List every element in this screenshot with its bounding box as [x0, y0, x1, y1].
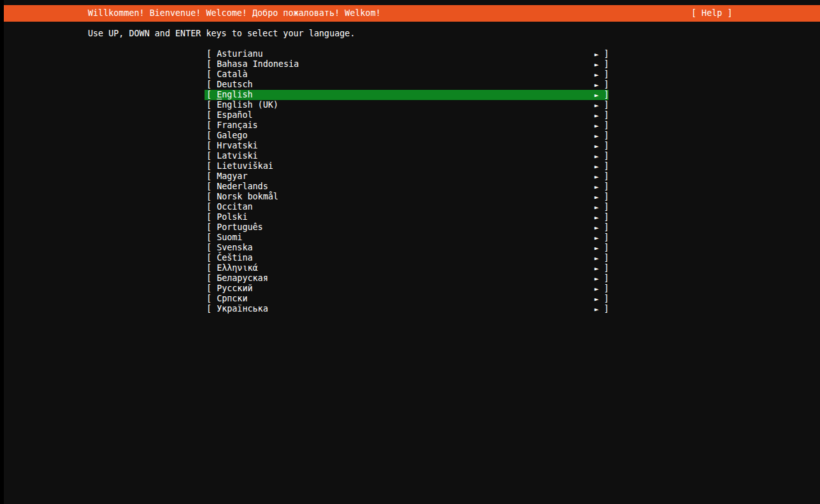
open-bracket: [: [206, 222, 217, 232]
submenu-indicator: ► ]: [594, 202, 609, 213]
open-bracket: [: [206, 120, 217, 130]
language-option[interactable]: [ Magyar► ]: [205, 171, 608, 182]
chevron-right-icon: ►: [594, 264, 599, 273]
submenu-indicator: ► ]: [594, 69, 609, 80]
chevron-right-icon: ►: [594, 213, 599, 222]
open-bracket: [: [206, 294, 217, 303]
language-option[interactable]: [ Português► ]: [205, 222, 608, 233]
chevron-right-icon: ►: [594, 71, 599, 79]
language-option[interactable]: [ Latviski► ]: [205, 151, 608, 161]
language-option-label: Español: [217, 110, 252, 120]
open-bracket: [: [206, 141, 217, 150]
language-option[interactable]: [ English► ]: [205, 90, 608, 100]
submenu-indicator: ► ]: [594, 59, 609, 70]
chevron-right-icon: ►: [594, 193, 599, 201]
submenu-indicator: ► ]: [594, 131, 609, 141]
open-bracket: [: [206, 161, 217, 171]
language-option[interactable]: [ Galego► ]: [205, 131, 608, 141]
submenu-indicator: ► ]: [594, 182, 609, 192]
open-bracket: [: [206, 284, 217, 293]
language-option[interactable]: [ Lietuviškai► ]: [205, 161, 608, 171]
language-option-label: Lietuviškai: [217, 161, 273, 171]
language-option[interactable]: [ Català► ]: [205, 69, 608, 80]
language-option[interactable]: [ English (UK)► ]: [205, 100, 608, 110]
language-option-label: Magyar: [217, 171, 247, 181]
submenu-indicator: ► ]: [594, 284, 609, 294]
chevron-right-icon: ►: [594, 183, 599, 191]
submenu-indicator: ► ]: [594, 120, 609, 131]
language-option-label: Hrvatski: [217, 141, 258, 150]
chevron-right-icon: ►: [594, 50, 599, 59]
chevron-right-icon: ►: [594, 142, 599, 150]
open-bracket: [: [206, 100, 217, 110]
language-option-label: Српски: [217, 294, 247, 303]
language-option[interactable]: [ Occitan► ]: [205, 202, 608, 212]
chevron-right-icon: ►: [594, 152, 599, 161]
chevron-right-icon: ►: [594, 254, 599, 263]
installer-screen: Willkommen! Bienvenue! Welcome! Добро по…: [4, 0, 820, 504]
open-bracket: [: [206, 212, 217, 222]
open-bracket: [: [206, 151, 217, 161]
open-bracket: [: [206, 192, 217, 201]
submenu-indicator: ► ]: [594, 161, 609, 172]
language-option[interactable]: [ Asturianu► ]: [205, 49, 608, 59]
submenu-indicator: ► ]: [594, 49, 609, 60]
language-option-label: Deutsch: [217, 80, 252, 89]
open-bracket: [: [206, 304, 217, 313]
language-option-label: Nederlands: [217, 182, 268, 191]
language-option[interactable]: [ Français► ]: [205, 120, 608, 131]
language-option-label: Беларуская: [217, 273, 268, 283]
chevron-right-icon: ►: [594, 162, 599, 171]
language-option-label: English (UK): [217, 100, 278, 110]
language-option[interactable]: [ Ελληνικά► ]: [205, 263, 608, 273]
language-option[interactable]: [ Українська► ]: [205, 304, 608, 314]
language-option[interactable]: [ Polski► ]: [205, 212, 608, 222]
language-option-label: Asturianu: [217, 49, 263, 59]
chevron-right-icon: ►: [594, 224, 599, 232]
open-bracket: [: [206, 263, 217, 273]
focus-cursor: E: [217, 90, 222, 99]
submenu-indicator: ► ]: [594, 233, 609, 243]
language-option-label: Bahasa Indonesia: [217, 59, 299, 69]
language-option[interactable]: [ Русский► ]: [205, 284, 608, 294]
language-option[interactable]: [ Español► ]: [205, 110, 608, 120]
chevron-right-icon: ►: [594, 132, 599, 140]
open-bracket: [: [206, 202, 217, 212]
language-option-label: Català: [217, 69, 247, 79]
chevron-right-icon: ►: [594, 61, 599, 69]
language-option[interactable]: [ Српски► ]: [205, 294, 608, 304]
language-option-label: Svenska: [217, 243, 252, 252]
language-option[interactable]: [ Nederlands► ]: [205, 182, 608, 192]
submenu-indicator: ► ]: [594, 141, 609, 152]
open-bracket: [: [206, 182, 217, 191]
language-option-label: English: [217, 90, 252, 99]
chevron-right-icon: ►: [594, 81, 599, 89]
chevron-right-icon: ►: [594, 112, 599, 120]
chevron-right-icon: ►: [594, 203, 599, 212]
open-bracket: [: [206, 273, 217, 283]
language-option-label: Latviski: [217, 151, 258, 161]
open-bracket: [: [206, 131, 217, 140]
language-option[interactable]: [ Bahasa Indonesia► ]: [205, 59, 608, 69]
language-option[interactable]: [ Norsk bokmål► ]: [205, 192, 608, 202]
language-option-label: Galego: [217, 131, 247, 140]
help-button[interactable]: [ Help ]: [691, 8, 733, 18]
language-option[interactable]: [ Deutsch► ]: [205, 80, 608, 90]
language-list: [ Asturianu► ][ Bahasa Indonesia► ][ Cat…: [205, 49, 608, 314]
submenu-indicator: ► ]: [594, 110, 609, 121]
instruction-text: Use UP, DOWN and ENTER keys to select yo…: [88, 29, 355, 39]
chevron-right-icon: ►: [594, 275, 599, 283]
language-option[interactable]: [ Suomi► ]: [205, 233, 608, 243]
language-option[interactable]: [ Hrvatski► ]: [205, 141, 608, 151]
open-bracket: [: [206, 110, 217, 120]
language-option-label: Français: [217, 120, 258, 130]
chevron-right-icon: ►: [594, 285, 599, 293]
open-bracket: [: [206, 80, 217, 89]
language-option[interactable]: [ Svenska► ]: [205, 243, 608, 253]
chevron-right-icon: ►: [594, 122, 599, 130]
language-option[interactable]: [ Беларуская► ]: [205, 273, 608, 284]
submenu-indicator: ► ]: [594, 222, 609, 233]
language-option[interactable]: [ Čeština► ]: [205, 253, 608, 263]
language-option-label: Ελληνικά: [217, 263, 258, 273]
language-option-label: Українська: [217, 304, 268, 313]
